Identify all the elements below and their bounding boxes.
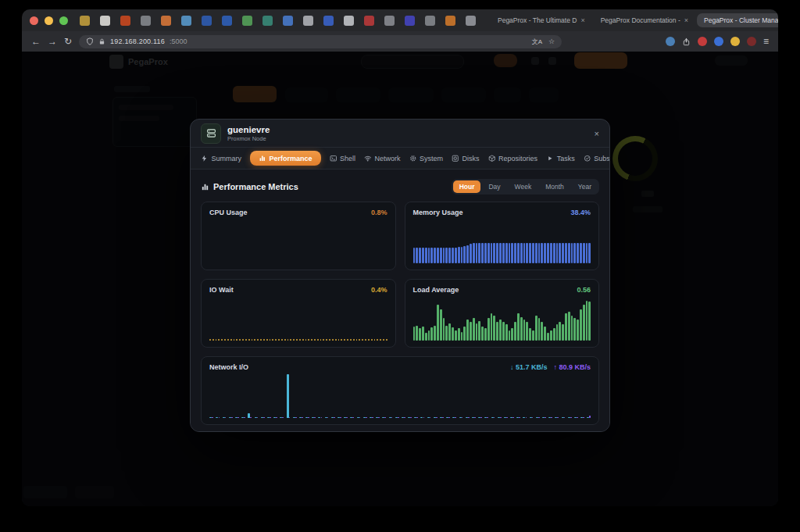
close-window-button[interactable] bbox=[30, 16, 38, 25]
modal-tab-tasks[interactable]: Tasks bbox=[546, 155, 575, 162]
io-wait-bar bbox=[248, 339, 250, 341]
modal-tab-performance[interactable]: Performance bbox=[250, 151, 321, 166]
load-bar bbox=[455, 330, 457, 341]
load-bar bbox=[491, 313, 493, 341]
network-bar bbox=[312, 374, 316, 418]
io-wait-bar bbox=[216, 339, 217, 341]
chart-title: Load Average bbox=[413, 286, 459, 294]
modal-tab-summary[interactable]: Summary bbox=[201, 155, 241, 162]
url-port: :5000 bbox=[170, 37, 188, 45]
modal-tab-bar: SummaryPerformanceShellNetworkSystemDisk… bbox=[191, 148, 609, 170]
modal-tab-repositories[interactable]: Repositories bbox=[488, 155, 538, 162]
extension-icon[interactable] bbox=[714, 37, 723, 46]
browser-menu-icon[interactable]: ≡ bbox=[763, 36, 769, 47]
network-bar bbox=[555, 374, 559, 418]
pinned-tab[interactable] bbox=[323, 16, 334, 26]
pinned-tab[interactable] bbox=[181, 16, 191, 26]
network-bar bbox=[382, 374, 386, 418]
load-bar bbox=[529, 328, 531, 341]
memory-bar bbox=[529, 243, 531, 263]
pinned-tab[interactable] bbox=[202, 16, 212, 26]
network-bar bbox=[338, 374, 341, 418]
memory-bar bbox=[535, 243, 538, 263]
translate-icon[interactable]: 文A bbox=[532, 37, 542, 46]
pinned-tab[interactable] bbox=[344, 16, 354, 26]
chart-icon bbox=[259, 155, 266, 162]
memory-usage-chart bbox=[413, 220, 591, 263]
browser-tab[interactable]: PegaProx Documentation -× bbox=[594, 13, 695, 27]
extension-icon[interactable] bbox=[747, 37, 756, 46]
range-button-month[interactable]: Month bbox=[539, 180, 570, 193]
modal-tab-subscription[interactable]: Subscription bbox=[584, 155, 610, 162]
io-wait-bar bbox=[362, 339, 363, 341]
load-bar bbox=[458, 328, 460, 341]
load-bar bbox=[553, 328, 555, 341]
network-bar bbox=[229, 374, 233, 418]
range-button-hour[interactable]: Hour bbox=[453, 180, 481, 193]
modal-tab-network[interactable]: Network bbox=[364, 155, 401, 162]
range-button-year[interactable]: Year bbox=[572, 180, 598, 193]
pinned-tab[interactable] bbox=[364, 16, 374, 26]
forward-button[interactable]: → bbox=[48, 37, 57, 46]
shield-icon[interactable] bbox=[86, 37, 94, 45]
cpu-usage-card: CPU Usage0.8% bbox=[201, 202, 396, 270]
pinned-tab[interactable] bbox=[161, 16, 171, 26]
network-bar bbox=[542, 374, 546, 418]
memory-bar bbox=[502, 243, 505, 263]
pinned-tab[interactable] bbox=[384, 16, 395, 26]
close-icon[interactable]: × bbox=[595, 129, 599, 138]
performance-icon bbox=[201, 183, 209, 191]
network-bar bbox=[402, 374, 405, 418]
back-button[interactable]: ← bbox=[31, 37, 41, 46]
pinned-tab[interactable] bbox=[303, 16, 313, 26]
network-bar bbox=[305, 374, 309, 418]
minimize-window-button[interactable] bbox=[45, 16, 53, 25]
network-bar bbox=[491, 374, 495, 418]
memory-bar bbox=[559, 243, 561, 263]
pinned-tab[interactable] bbox=[405, 16, 415, 26]
browser-tab[interactable]: PegaProx - Cluster Manag× bbox=[697, 13, 778, 27]
modal-tab-disks[interactable]: Disks bbox=[452, 155, 480, 162]
tab-close-icon[interactable]: × bbox=[580, 16, 584, 24]
modal-tab-system[interactable]: System bbox=[409, 155, 444, 162]
pinned-tab[interactable] bbox=[141, 16, 151, 26]
io-wait-bar bbox=[305, 339, 307, 341]
tab-label: Shell bbox=[340, 155, 355, 162]
range-button-week[interactable]: Week bbox=[509, 180, 538, 193]
modal-tab-shell[interactable]: Shell bbox=[330, 155, 356, 162]
extension-icon[interactable] bbox=[730, 37, 740, 46]
tab-close-icon[interactable]: × bbox=[684, 16, 688, 24]
network-bar bbox=[370, 374, 373, 418]
load-bar bbox=[470, 322, 472, 341]
memory-bar bbox=[520, 243, 523, 263]
pinned-tab[interactable] bbox=[242, 16, 252, 26]
pinned-tab[interactable] bbox=[283, 16, 293, 26]
range-button-day[interactable]: Day bbox=[482, 180, 506, 193]
pinned-tab[interactable] bbox=[120, 16, 130, 26]
memory-bar bbox=[499, 243, 502, 263]
lock-icon[interactable] bbox=[98, 38, 105, 45]
io-wait-bar bbox=[209, 339, 211, 341]
pinned-tab[interactable] bbox=[466, 16, 476, 26]
browser-tab[interactable]: PegaProx - The Ultimate D× bbox=[491, 13, 592, 27]
reload-button[interactable]: ↻ bbox=[64, 37, 72, 46]
pinned-tab[interactable] bbox=[425, 16, 435, 26]
pinned-tab[interactable] bbox=[445, 16, 455, 26]
pinned-tab[interactable] bbox=[100, 16, 110, 26]
load-bar bbox=[428, 330, 430, 341]
io-wait-bar bbox=[270, 339, 271, 341]
bookmark-star-icon[interactable]: ☆ bbox=[548, 37, 555, 45]
pinned-tab[interactable] bbox=[80, 16, 90, 26]
extension-icon[interactable] bbox=[666, 37, 675, 46]
io-wait-bar bbox=[347, 339, 348, 341]
zoom-window-button[interactable] bbox=[59, 16, 68, 25]
pinned-tab[interactable] bbox=[222, 16, 232, 26]
io-wait-bar bbox=[218, 339, 220, 341]
extension-icon[interactable] bbox=[698, 37, 707, 46]
memory-bar bbox=[541, 243, 543, 263]
share-icon[interactable] bbox=[682, 37, 691, 46]
address-bar[interactable]: 192.168.200.116:5000 文A ☆ bbox=[79, 35, 562, 48]
io-wait-bar bbox=[350, 339, 352, 341]
io-wait-bar bbox=[299, 339, 301, 341]
pinned-tab[interactable] bbox=[262, 16, 273, 26]
